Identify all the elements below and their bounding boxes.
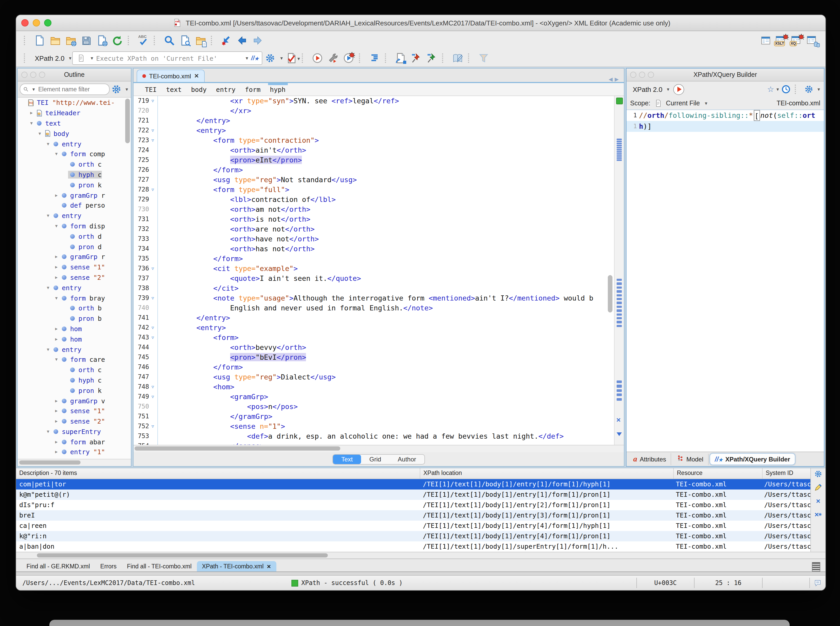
results-horizontal-scrollbar[interactable] — [16, 552, 826, 559]
editor-horizontal-scrollbar[interactable] — [133, 445, 624, 452]
tree-toggle-icon[interactable]: ▶ — [53, 336, 60, 341]
code-line-749[interactable]: 749▽ <gramGrp> — [133, 392, 614, 402]
code-line-752[interactable]: 752▽ <sense n="1"> — [133, 421, 614, 431]
mode-button-author[interactable]: Author — [389, 454, 424, 464]
code-line-744[interactable]: 744 <orth>bevvy</orth> — [133, 343, 614, 352]
highlight-marker-icon[interactable] — [617, 143, 622, 144]
outline-item-def[interactable]: defperso — [18, 200, 131, 211]
tree-toggle-icon[interactable]: ▶ — [53, 327, 60, 331]
open-folder-icon[interactable] — [49, 34, 61, 47]
previous-edit-location-icon[interactable]: ✱ — [220, 34, 233, 47]
outline-item-entry[interactable]: ▼entry — [18, 139, 131, 149]
validate-icon[interactable]: ▼ — [285, 52, 298, 64]
highlight-marker-icon[interactable] — [617, 157, 622, 159]
code-editor[interactable]: 719▽ <xr type="syn">SYN. see <ref>legal<… — [133, 96, 624, 445]
code-line-721[interactable]: 721 </entry> — [133, 116, 614, 125]
code-line-733[interactable]: 733 <orth>have not</orth> — [133, 234, 614, 244]
outline-item-body[interactable]: ▼body — [18, 128, 131, 139]
xpath-code-line[interactable]: 1//orth/following-sibling::*[not(self::o… — [626, 110, 824, 121]
spell-check-icon[interactable]: ABC — [137, 34, 150, 47]
run-scenario-icon[interactable] — [311, 52, 323, 64]
code-line-745[interactable]: 745 <pron>"bEvI</pron> — [133, 352, 614, 362]
outline-horizontal-scrollbar[interactable] — [18, 459, 131, 466]
find-in-files-icon[interactable] — [179, 34, 191, 47]
code-line-743[interactable]: 743▽ <form> — [133, 333, 614, 343]
code-line-740[interactable]: 740 English and never used in formal Eng… — [133, 303, 614, 313]
outline-item-gramGrp[interactable]: ▶gramGrpr — [18, 252, 131, 262]
view-tab-errors[interactable]: Errors — [95, 561, 122, 571]
fold-toggle-icon[interactable]: ▽ — [149, 96, 156, 106]
find-resource-icon[interactable] — [194, 34, 207, 47]
refactor-funnel-icon[interactable] — [477, 52, 490, 64]
navigate-back-icon[interactable] — [236, 34, 248, 47]
tree-toggle-icon[interactable]: ▶ — [53, 265, 60, 269]
result-row[interactable]: k@"ri:n/TEI[1]/text[1]/body[1]/entry[4]/… — [16, 531, 811, 541]
highlight-marker-icon[interactable] — [617, 155, 622, 157]
outline-item-pron[interactable]: pronk — [18, 180, 131, 190]
xpath-code-line[interactable]: 1h)] — [626, 121, 824, 132]
outline-item-pron[interactable]: pronb — [18, 313, 131, 324]
highlight-marker-icon[interactable] — [617, 160, 622, 161]
outline-item-form[interactable]: ▼formcare — [18, 355, 131, 365]
code-line-737[interactable]: 737 <quote>I ain't seen it.</quote> — [133, 274, 614, 283]
highlight-marker-icon[interactable] — [617, 286, 622, 289]
outline-item-pron[interactable]: prond — [18, 241, 131, 252]
tree-toggle-icon[interactable]: ▼ — [53, 296, 60, 300]
annotation-ruler[interactable]: ✕ — [614, 96, 624, 445]
debug-xquery-icon[interactable]: XQ — [791, 34, 803, 47]
result-row[interactable]: ca|reen/TEI[1]/text[1]/body[1]/entry[4]/… — [16, 521, 811, 531]
tab-scroll-arrows[interactable]: ◀▶ — [609, 76, 621, 82]
navigate-forward-icon[interactable] — [251, 34, 264, 47]
results-column-header[interactable]: XPath location — [420, 468, 674, 479]
fold-toggle-icon[interactable]: ▽ — [149, 323, 156, 333]
outline-item-orth[interactable]: orthc — [18, 365, 131, 375]
highlight-marker-icon[interactable] — [617, 147, 622, 149]
tree-toggle-icon[interactable]: ▶ — [53, 193, 60, 197]
data-sources-icon[interactable] — [806, 34, 819, 47]
tree-toggle-icon[interactable]: ▼ — [45, 429, 52, 434]
configure-scenario-icon[interactable] — [327, 52, 339, 64]
result-row[interactable]: dIs"pru:f/TEI[1]/text[1]/body[1]/entry[2… — [16, 500, 811, 510]
code-line-736[interactable]: 736▽ <cit type="example"> — [133, 264, 614, 274]
outline-item-teiHeader[interactable]: ▶teiHeader — [18, 108, 131, 118]
highlight-marker-icon[interactable] — [617, 298, 622, 300]
outline-item-entry[interactable]: ▶entry"1" — [18, 447, 131, 457]
highlight-marker-icon[interactable] — [617, 313, 622, 316]
outline-item-sense[interactable]: ▶sense"2" — [18, 416, 131, 426]
outline-item-form[interactable]: ▼formcomp — [18, 149, 131, 160]
tree-toggle-icon[interactable]: ▼ — [45, 141, 52, 146]
code-line-719[interactable]: 719▽ <xr type="syn">SYN. see <ref>legal<… — [133, 96, 614, 106]
view-tab-find-all-tei-combo-xml[interactable]: Find all - TEI-combo.xml — [122, 561, 197, 571]
outline-item-sense[interactable]: ▶sense"1" — [18, 262, 131, 272]
tree-toggle-icon[interactable]: ▼ — [28, 121, 35, 125]
save-icon[interactable] — [80, 34, 93, 47]
outline-item-sense[interactable]: ▶sense"1" — [18, 406, 131, 416]
highlight-marker-icon[interactable] — [617, 398, 622, 401]
code-line-731[interactable]: 731 <orth>is not</orth> — [133, 214, 614, 224]
xpath-history-icon[interactable]: //★ — [251, 55, 259, 62]
builder-settings-gear-icon[interactable] — [804, 85, 813, 94]
breadcrumb-item-text[interactable]: text — [166, 85, 182, 93]
editor-vertical-scrollbar[interactable] — [608, 275, 612, 313]
outline-item-sense[interactable]: ▶sense"2" — [18, 272, 131, 283]
tree-toggle-icon[interactable]: ▶ — [53, 255, 60, 259]
outline-settings-gear-icon[interactable] — [111, 84, 122, 94]
code-line-725[interactable]: 725 <pron>eInt</pron> — [133, 155, 614, 165]
outline-item-gramGrp[interactable]: ▶gramGrpr — [18, 190, 131, 200]
mode-button-grid[interactable]: Grid — [361, 454, 389, 464]
edit-annotations-icon[interactable] — [451, 52, 464, 64]
outline-vertical-scrollbar[interactable] — [125, 99, 130, 143]
open-remote-icon[interactable] — [64, 34, 77, 47]
xpath-version-select[interactable]: XPath 2.0 — [35, 54, 64, 62]
highlight-marker-icon[interactable] — [617, 393, 622, 396]
code-line-727[interactable]: 727 <usg type="reg">Not standard</usg> — [133, 175, 614, 185]
code-line-734[interactable]: 734 <orth>has not</orth> — [133, 244, 614, 254]
highlight-brush-icon[interactable] — [813, 483, 823, 492]
code-line-751[interactable]: 751 </gramGrp> — [133, 412, 614, 421]
breadcrumb-item-TEI[interactable]: TEI — [145, 85, 157, 93]
code-line-747[interactable]: 747 <usg type="reg">Dialect</usg> — [133, 372, 614, 382]
outline-item-form[interactable]: ▼formbray — [18, 293, 131, 303]
highlight-marker-icon[interactable] — [617, 151, 622, 153]
outline-item-entry[interactable]: ▼entry — [18, 344, 131, 355]
tree-toggle-icon[interactable]: ▶ — [28, 111, 35, 115]
